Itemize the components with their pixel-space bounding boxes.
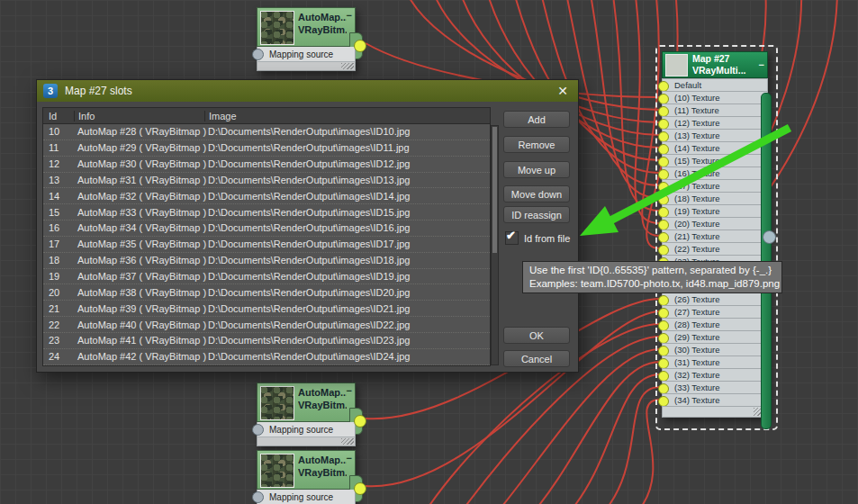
texture-slot[interactable]: (17) Texture: [662, 179, 768, 192]
material-thumbnail[interactable]: [260, 454, 294, 488]
close-icon[interactable]: ✕: [554, 84, 572, 98]
bitmap-node-middle[interactable]: AutoMap...VRayBitm... − Mapping source: [257, 382, 356, 446]
texture-slot[interactable]: (14) Texture: [662, 141, 768, 154]
slot-socket[interactable]: [658, 157, 669, 167]
input-socket[interactable]: [252, 49, 264, 60]
texture-slot[interactable]: (22) Texture: [662, 242, 768, 255]
ok-button[interactable]: OK: [503, 327, 570, 344]
id-reassign-button[interactable]: ID reassign: [503, 206, 570, 223]
texture-slot[interactable]: (16) Texture: [662, 166, 768, 179]
slot-socket[interactable]: [658, 333, 669, 344]
texture-slot[interactable]: (11) Texture: [662, 104, 768, 116]
slot-socket[interactable]: [658, 106, 669, 117]
connection-wire[interactable]: [531, 362, 660, 504]
texture-slot[interactable]: (19) Texture: [662, 204, 768, 217]
texture-slot[interactable]: (34) Texture: [662, 393, 768, 406]
mapping-source-slot[interactable]: Mapping source: [257, 490, 356, 504]
table-row[interactable]: 20 AutoMap #38 ( VRayBitmap ) D:\Documen…: [43, 284, 490, 301]
table-row[interactable]: 13 AutoMap #31 ( VRayBitmap ) D:\Documen…: [43, 173, 490, 189]
table-row[interactable]: 19 AutoMap #37 ( VRayBitmap ) D:\Documen…: [43, 269, 490, 285]
output-socket[interactable]: [354, 40, 366, 52]
slot-socket[interactable]: [658, 94, 669, 104]
material-thumbnail[interactable]: [260, 386, 294, 420]
texture-slot[interactable]: (10) Texture: [662, 91, 768, 104]
texture-slot[interactable]: (21) Texture: [662, 230, 768, 242]
material-thumbnail[interactable]: [665, 54, 688, 76]
slot-socket[interactable]: [658, 131, 669, 142]
texture-slot[interactable]: (29) Texture: [662, 330, 768, 343]
scrollbar-thumb[interactable]: [492, 127, 497, 253]
slot-socket[interactable]: [658, 119, 669, 130]
move-up-button[interactable]: Move up: [503, 161, 570, 178]
texture-slot[interactable]: (32) Texture: [662, 368, 768, 381]
collapse-icon[interactable]: −: [347, 386, 352, 395]
collapse-icon[interactable]: −: [759, 60, 764, 69]
column-info[interactable]: Info: [74, 111, 204, 122]
slot-socket[interactable]: [658, 232, 669, 243]
multi-map-node[interactable]: Map #27VRayMulti... − Default (10) Textu…: [662, 51, 768, 418]
slot-socket[interactable]: [658, 81, 669, 92]
bitmap-node-top[interactable]: AutoMap...VRayBitm... − Mapping source: [257, 7, 356, 71]
texture-slot[interactable]: (31) Texture: [662, 356, 768, 368]
collapse-icon[interactable]: −: [347, 11, 352, 20]
cancel-button[interactable]: Cancel: [503, 350, 570, 367]
table-row[interactable]: 22 AutoMap #40 ( VRayBitmap ) D:\Documen…: [43, 317, 490, 333]
table-row[interactable]: 14 AutoMap #32 ( VRayBitmap ) D:\Documen…: [43, 188, 490, 204]
slot-socket[interactable]: [658, 182, 669, 193]
table-row[interactable]: 21 AutoMap #39 ( VRayBitmap ) D:\Documen…: [43, 301, 490, 317]
output-socket[interactable]: [354, 415, 366, 428]
resize-grip[interactable]: [341, 438, 354, 445]
slot-socket[interactable]: [658, 144, 669, 155]
texture-slot[interactable]: (30) Texture: [662, 343, 768, 356]
table-row[interactable]: 12 AutoMap #30 ( VRayBitmap ) D:\Documen…: [43, 157, 490, 173]
add-button[interactable]: Add: [503, 111, 570, 128]
texture-slot[interactable]: (28) Texture: [662, 318, 768, 330]
texture-slot[interactable]: (13) Texture: [662, 129, 768, 141]
resize-grip[interactable]: [341, 63, 354, 69]
texture-slot[interactable]: (33) Texture: [662, 381, 768, 393]
slot-socket[interactable]: [658, 169, 669, 180]
table-row[interactable]: 11 AutoMap #29 ( VRayBitmap ) D:\Documen…: [43, 140, 490, 157]
slot-socket[interactable]: [658, 245, 669, 256]
slot-socket[interactable]: [658, 383, 669, 394]
table-row[interactable]: 23 AutoMap #41 ( VRayBitmap ) D:\Documen…: [43, 333, 490, 349]
table-row[interactable]: 17 AutoMap #35 ( VRayBitmap ) D:\Documen…: [43, 237, 490, 253]
connection-wire[interactable]: [565, 0, 660, 185]
slot-socket[interactable]: [658, 308, 669, 319]
bitmap-node-bottom[interactable]: AutoMap...VRayBitm... − Mapping source: [257, 450, 356, 504]
input-socket[interactable]: [252, 424, 264, 436]
slot-socket[interactable]: [658, 371, 669, 382]
remove-button[interactable]: Remove: [503, 136, 570, 153]
collapse-icon[interactable]: −: [347, 454, 352, 463]
output-socket[interactable]: [763, 230, 776, 244]
node-header[interactable]: AutoMap...VRayBitm... −: [257, 382, 356, 422]
id-from-file-checkbox[interactable]: ✔ Id from file: [505, 231, 570, 245]
texture-slot[interactable]: (12) Texture: [662, 116, 768, 129]
table-row[interactable]: 15 AutoMap #33 ( VRayBitmap ) D:\Documen…: [43, 204, 490, 220]
texture-slot[interactable]: (27) Texture: [662, 305, 768, 318]
slot-socket[interactable]: [658, 207, 669, 218]
dialog-titlebar[interactable]: 3 Map #27 slots ✕: [37, 80, 578, 102]
checkbox-box[interactable]: ✔: [505, 231, 519, 245]
node-header[interactable]: Map #27VRayMulti... −: [662, 51, 768, 78]
node-header[interactable]: AutoMap...VRayBitm... −: [257, 450, 356, 490]
table-row[interactable]: 18 AutoMap #36 ( VRayBitmap ) D:\Documen…: [43, 253, 490, 269]
column-image[interactable]: Image: [204, 111, 490, 122]
slot-socket[interactable]: [658, 194, 669, 205]
mapping-source-slot[interactable]: Mapping source: [257, 422, 356, 436]
slot-socket[interactable]: [658, 358, 669, 369]
mapping-source-slot[interactable]: Mapping source: [257, 47, 356, 61]
slot-socket[interactable]: [658, 220, 669, 230]
column-id[interactable]: Id: [43, 111, 74, 122]
output-socket[interactable]: [354, 482, 366, 495]
node-header[interactable]: AutoMap...VRayBitm... −: [257, 7, 356, 47]
texture-slot[interactable]: (18) Texture: [662, 192, 768, 204]
table-scrollbar[interactable]: [491, 125, 499, 365]
texture-slot[interactable]: (15) Texture: [662, 154, 768, 166]
table-row[interactable]: 24 AutoMap #42 ( VRayBitmap ) D:\Documen…: [43, 349, 490, 365]
texture-slot[interactable]: (26) Texture: [662, 292, 768, 305]
slot-socket[interactable]: [658, 320, 669, 331]
slot-socket[interactable]: [658, 346, 669, 356]
slot-table[interactable]: 10 AutoMap #28 ( VRayBitmap ) D:\Documen…: [42, 124, 491, 366]
connection-wire[interactable]: [612, 0, 660, 211]
